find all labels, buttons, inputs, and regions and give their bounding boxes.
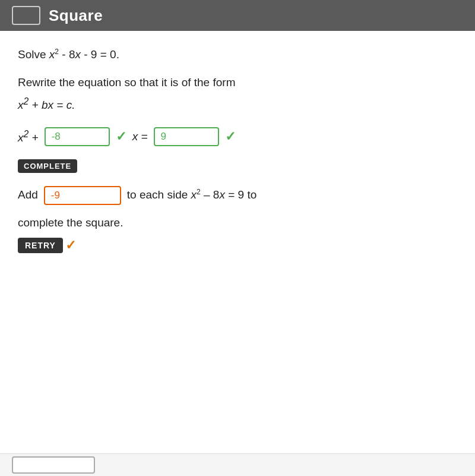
- main-content: Solve x2 - 8x - 9 = 0. Rewrite the equat…: [0, 31, 475, 265]
- add-text-line2: complete the square.: [18, 214, 457, 232]
- equation-input-row: x2 + ✓ x = ✓: [18, 127, 457, 146]
- bottom-input[interactable]: [12, 456, 95, 474]
- header-bar: Square: [0, 0, 475, 31]
- c-value-input[interactable]: [154, 127, 219, 146]
- header-icon-box: [12, 6, 40, 25]
- retry-row: RETRY ✓: [18, 238, 457, 253]
- add-text-after: to each side x2 – 8x = 9 to: [127, 186, 257, 204]
- retry-button[interactable]: RETRY: [18, 238, 63, 253]
- retry-check-icon: ✓: [65, 238, 76, 253]
- x-squared-plus-label: x2 +: [18, 129, 39, 144]
- check-icon-2: ✓: [225, 129, 236, 144]
- complete-badge: COMPLETE: [18, 157, 457, 186]
- problem-statement: Solve x2 - 8x - 9 = 0.: [18, 48, 457, 61]
- x-equals-label: x =: [132, 130, 148, 143]
- add-text-before: Add: [18, 186, 38, 204]
- add-value-input[interactable]: [44, 186, 121, 205]
- instruction-text-1: Rewrite the equation so that it is of th…: [18, 74, 457, 92]
- check-icon-1: ✓: [116, 129, 126, 144]
- b-value-input[interactable]: [45, 127, 110, 146]
- add-instruction-row: Add to each side x2 – 8x = 9 to: [18, 186, 457, 210]
- bottom-bar: [0, 453, 475, 476]
- header-title: Square: [49, 7, 103, 25]
- instruction-equation: x2 + bx = c.: [18, 96, 457, 112]
